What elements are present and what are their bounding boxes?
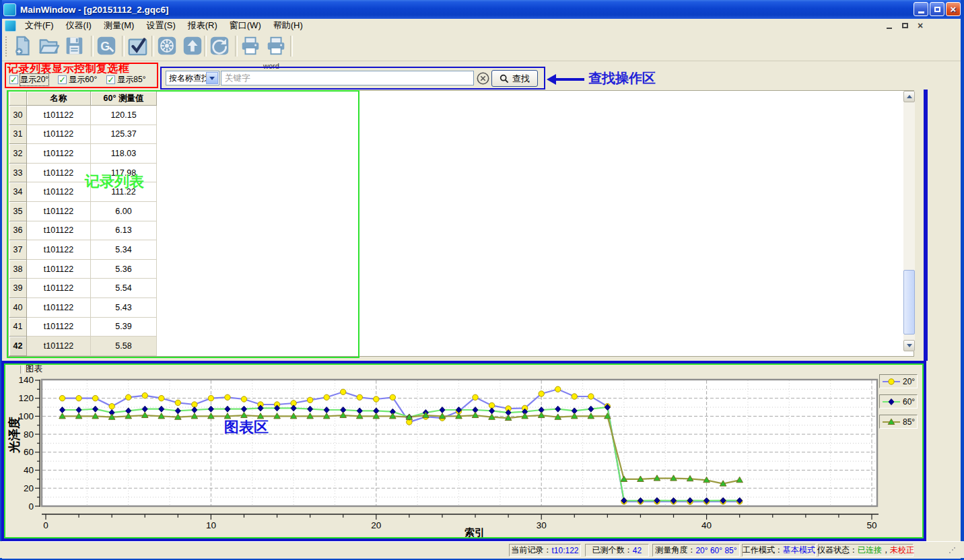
gear-icon[interactable] [156, 34, 180, 59]
chart-annotation-text: 图表区 [224, 417, 269, 438]
open-folder-icon[interactable] [37, 34, 61, 59]
svg-text:40: 40 [24, 465, 34, 475]
annotation-arrow-line [555, 78, 584, 81]
checkbox-icon[interactable]: ✓ [58, 75, 67, 84]
clear-search-button[interactable] [476, 71, 490, 85]
status-value: 已连接 [858, 545, 882, 556]
menu-item[interactable]: 仪器(I) [60, 19, 98, 32]
find-button[interactable]: 查找 [491, 70, 538, 87]
legend-item[interactable]: 60° [879, 394, 918, 409]
annotation-line-right [924, 90, 928, 361]
status-label: 工作模式： [743, 545, 783, 556]
scrollbar-thumb[interactable] [903, 270, 915, 335]
menu-item[interactable]: 帮助(H) [267, 19, 309, 32]
svg-text:20: 20 [24, 483, 34, 493]
menu-items: 文件(F)仪器(I)测量(M)设置(S)报表(R)窗口(W)帮助(H) [19, 20, 309, 32]
status-value: ， [882, 545, 890, 556]
checkbox-icon[interactable]: ✓ [106, 75, 115, 84]
mdi-restore-button[interactable] [899, 20, 910, 30]
table-annotation-box [7, 90, 359, 358]
mdi-window-controls: × [884, 20, 926, 30]
print-icon[interactable] [239, 34, 263, 59]
document-icon [5, 20, 16, 32]
legend-label: 60° [903, 397, 915, 407]
close-icon: × [951, 4, 957, 14]
filter-checkbox-item[interactable]: ✓显示20° [9, 74, 48, 85]
upload-icon[interactable] [181, 34, 205, 59]
filter-checkbox-item[interactable]: ✓显示60° [58, 74, 97, 85]
legend-item[interactable]: 85° [879, 415, 918, 429]
svg-text:30: 30 [537, 520, 547, 530]
check-confirm-icon[interactable] [126, 34, 150, 59]
status-panel: 测量角度：20° 60° 85° [652, 544, 740, 557]
mdi-close-button[interactable]: × [915, 20, 926, 30]
status-label: 测量角度： [655, 545, 695, 556]
sync-icon[interactable] [208, 34, 232, 59]
minimize-button[interactable] [914, 2, 928, 16]
status-panel: 当前记录：t10:122 [509, 544, 581, 557]
restore-button[interactable] [930, 2, 944, 16]
title-bar: MainWindow - [g20151112_2.gqc6] × [0, 0, 964, 19]
mdi-minimize-icon [887, 28, 892, 29]
menu-item[interactable]: 文件(F) [19, 19, 60, 32]
status-panel: 工作模式：基本模式 [742, 544, 816, 557]
legend-label: 85° [903, 417, 915, 427]
window-controls: × [914, 2, 961, 16]
diamond-marker-icon [881, 397, 901, 407]
filter-label: 显示60° [69, 74, 97, 85]
scroll-down-button[interactable] [903, 340, 915, 351]
save-icon[interactable] [63, 34, 87, 59]
table-annotation-text: 记录列表 [85, 172, 144, 192]
window-title: MainWindow - [g20151112_2.gqc6] [20, 5, 168, 15]
menu-item[interactable]: 窗口(W) [223, 19, 267, 32]
legend-item[interactable]: 20° [879, 374, 918, 388]
svg-text:80: 80 [24, 429, 34, 440]
toolbar-separator [122, 36, 125, 57]
close-button[interactable]: × [946, 2, 961, 16]
app-icon [3, 3, 16, 16]
toolbar-separator [91, 36, 94, 57]
report-g-icon[interactable]: G [95, 34, 119, 59]
find-button-label: 查找 [512, 73, 530, 85]
svg-text:50: 50 [866, 520, 876, 530]
svg-text:60: 60 [24, 447, 34, 457]
status-value: 未校正 [890, 545, 914, 556]
new-file-icon[interactable] [11, 34, 36, 59]
angle-display-filters: ✓显示20°✓显示60°✓显示85° [9, 74, 155, 85]
filter-label: 显示85° [117, 74, 145, 85]
toolbar-separator [290, 36, 293, 57]
mdi-minimize-button[interactable] [884, 20, 895, 30]
svg-text:120: 120 [18, 393, 34, 403]
status-label: 已测个数： [592, 545, 633, 556]
checkbox-annotation-text: 记录列表显示控制复选框 [7, 63, 130, 74]
mdi-restore-icon [902, 23, 908, 28]
menu-item[interactable]: 报表(R) [182, 19, 223, 32]
legend-label: 20° [903, 377, 915, 386]
resize-grip-icon[interactable] [949, 547, 955, 554]
x-axis-title: 索引 [448, 526, 502, 539]
menu-item[interactable]: 设置(S) [140, 19, 181, 32]
window-border-right [961, 0, 964, 541]
mdi-close-icon: × [918, 21, 923, 30]
svg-text:G: G [100, 40, 110, 53]
checkbox-icon[interactable]: ✓ [9, 75, 18, 84]
filter-checkbox-item[interactable]: ✓显示85° [106, 74, 145, 85]
status-label: 当前记录： [511, 545, 551, 556]
print-word-icon[interactable] [265, 34, 289, 59]
vertical-scrollbar[interactable] [903, 91, 915, 351]
circle-x-icon [476, 71, 490, 85]
minimize-icon [918, 11, 924, 13]
menu-item[interactable]: 测量(M) [98, 19, 141, 32]
status-panel: 已测个数：42 [585, 544, 649, 557]
y-axis-title: 光泽度 [6, 405, 20, 465]
triangle-down-icon [907, 344, 912, 347]
magnifier-icon [500, 74, 509, 83]
dropdown-button[interactable] [206, 72, 218, 84]
scroll-up-button[interactable] [903, 91, 915, 102]
toolbar-grip[interactable] [5, 36, 9, 57]
search-type-dropdown[interactable]: 按名称查找 [166, 71, 219, 85]
status-label: 仪器状态： [817, 545, 858, 556]
search-input[interactable] [221, 71, 474, 85]
status-value: 基本模式 [783, 545, 815, 556]
svg-text:0: 0 [28, 501, 34, 512]
